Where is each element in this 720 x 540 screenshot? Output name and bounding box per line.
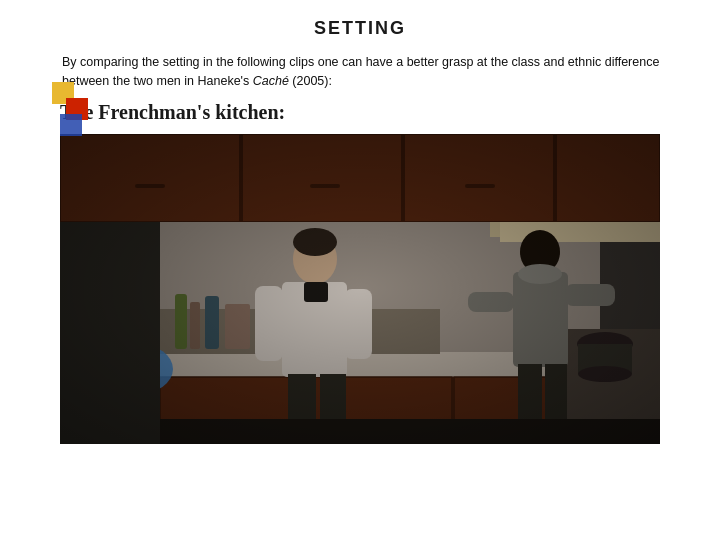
body-paragraph: By comparing the setting in the followin… <box>60 53 660 91</box>
body-text-main: By comparing the setting in the followin… <box>62 55 659 88</box>
section-subtitle: The Frenchman's kitchen: <box>60 101 660 124</box>
blue-square <box>60 114 82 136</box>
page-container: SETTING By comparing the setting in the … <box>0 0 720 540</box>
corner-decoration <box>52 82 88 150</box>
svg-rect-50 <box>60 134 660 444</box>
kitchen-image <box>60 134 660 444</box>
title-section: SETTING <box>60 18 660 39</box>
body-text-year: (2005): <box>289 74 332 88</box>
kitchen-scene-svg <box>60 134 660 444</box>
page-title: SETTING <box>60 18 660 39</box>
body-text-italic: Caché <box>253 74 289 88</box>
